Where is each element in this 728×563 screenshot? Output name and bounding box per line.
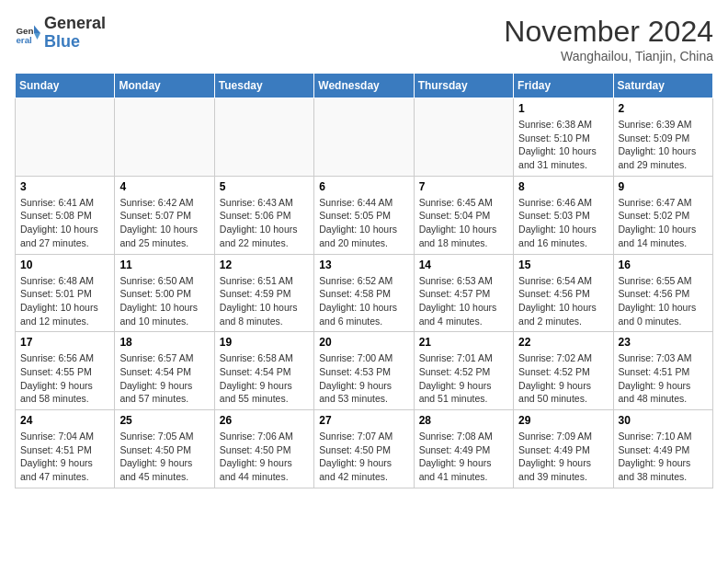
calendar-cell [414,98,513,177]
calendar-cell: 21Sunrise: 7:01 AMSunset: 4:52 PMDayligh… [414,332,513,410]
week-row-5: 24Sunrise: 7:04 AMSunset: 4:51 PMDayligh… [16,410,713,488]
day-info: Sunrise: 6:56 AMSunset: 4:55 PMDaylight:… [20,351,109,406]
day-number: 26 [220,414,309,427]
day-number: 16 [619,259,708,271]
month-title: November 2024 [504,15,713,49]
day-number: 5 [220,180,309,193]
calendar-cell: 11Sunrise: 6:50 AMSunset: 5:00 PMDayligh… [115,254,214,332]
col-header-friday: Friday [514,74,613,98]
day-info: Sunrise: 6:47 AMSunset: 5:02 PMDaylight:… [619,196,708,250]
day-number: 2 [619,102,708,115]
day-number: 4 [119,180,209,193]
day-info: Sunrise: 6:58 AMSunset: 4:54 PMDaylight:… [220,351,309,406]
day-info: Sunrise: 6:38 AMSunset: 5:10 PMDaylight:… [518,118,608,172]
day-info: Sunrise: 7:01 AMSunset: 4:52 PMDaylight:… [419,351,508,406]
day-number: 18 [119,336,209,349]
calendar-cell: 13Sunrise: 6:52 AMSunset: 4:58 PMDayligh… [314,254,414,332]
day-info: Sunrise: 6:45 AMSunset: 5:04 PMDaylight:… [419,196,508,250]
calendar-cell: 19Sunrise: 6:58 AMSunset: 4:54 PMDayligh… [214,332,313,410]
calendar-cell: 18Sunrise: 6:57 AMSunset: 4:54 PMDayligh… [115,332,214,410]
day-number: 7 [419,180,508,193]
location-subtitle: Wanghailou, Tianjin, China [504,49,713,63]
calendar-cell: 24Sunrise: 7:04 AMSunset: 4:51 PMDayligh… [16,410,115,488]
day-number: 3 [20,180,109,193]
calendar-table: SundayMondayTuesdayWednesdayThursdayFrid… [15,73,713,488]
col-header-tuesday: Tuesday [214,74,313,98]
day-number: 30 [619,414,708,427]
day-info: Sunrise: 7:00 AMSunset: 4:53 PMDaylight:… [319,351,408,406]
day-number: 13 [319,259,408,271]
calendar-cell: 22Sunrise: 7:02 AMSunset: 4:52 PMDayligh… [514,332,613,410]
day-number: 21 [419,336,508,349]
logo-icon: Gen eral [15,20,40,46]
day-info: Sunrise: 6:51 AMSunset: 4:59 PMDaylight:… [220,274,309,328]
day-info: Sunrise: 7:02 AMSunset: 4:52 PMDaylight:… [518,351,608,406]
calendar-cell: 29Sunrise: 7:09 AMSunset: 4:49 PMDayligh… [514,410,613,488]
calendar-cell: 25Sunrise: 7:05 AMSunset: 4:50 PMDayligh… [115,410,214,488]
day-info: Sunrise: 6:41 AMSunset: 5:08 PMDaylight:… [20,196,109,250]
col-header-thursday: Thursday [414,74,513,98]
calendar-cell: 3Sunrise: 6:41 AMSunset: 5:08 PMDaylight… [16,176,115,254]
calendar-cell: 12Sunrise: 6:51 AMSunset: 4:59 PMDayligh… [214,254,313,332]
day-info: Sunrise: 6:57 AMSunset: 4:54 PMDaylight:… [119,351,209,406]
day-info: Sunrise: 6:53 AMSunset: 4:57 PMDaylight:… [419,274,508,328]
day-number: 29 [518,414,608,427]
day-number: 6 [319,180,408,193]
day-number: 1 [518,102,608,115]
col-header-saturday: Saturday [613,74,712,98]
day-info: Sunrise: 6:42 AMSunset: 5:07 PMDaylight:… [119,196,209,250]
calendar-cell: 28Sunrise: 7:08 AMSunset: 4:49 PMDayligh… [414,410,513,488]
calendar-cell [314,98,414,177]
day-info: Sunrise: 7:07 AMSunset: 4:50 PMDaylight:… [319,430,408,484]
calendar-cell: 15Sunrise: 6:54 AMSunset: 4:56 PMDayligh… [514,254,613,332]
day-info: Sunrise: 6:46 AMSunset: 5:03 PMDaylight:… [518,196,608,250]
day-info: Sunrise: 6:55 AMSunset: 4:56 PMDaylight:… [619,274,708,328]
svg-marker-3 [34,33,40,40]
day-info: Sunrise: 6:39 AMSunset: 5:09 PMDaylight:… [619,118,708,172]
calendar-cell: 17Sunrise: 6:56 AMSunset: 4:55 PMDayligh… [16,332,115,410]
day-number: 12 [220,259,309,271]
calendar-cell: 10Sunrise: 6:48 AMSunset: 5:01 PMDayligh… [16,254,115,332]
calendar-cell: 9Sunrise: 6:47 AMSunset: 5:02 PMDaylight… [613,176,712,254]
day-info: Sunrise: 7:08 AMSunset: 4:49 PMDaylight:… [419,430,508,484]
calendar-cell: 23Sunrise: 7:03 AMSunset: 4:51 PMDayligh… [613,332,712,410]
day-info: Sunrise: 7:09 AMSunset: 4:49 PMDaylight:… [518,430,608,484]
col-header-sunday: Sunday [16,74,115,98]
week-row-1: 1Sunrise: 6:38 AMSunset: 5:10 PMDaylight… [16,98,713,177]
week-row-2: 3Sunrise: 6:41 AMSunset: 5:08 PMDaylight… [16,176,713,254]
calendar-cell: 20Sunrise: 7:00 AMSunset: 4:53 PMDayligh… [314,332,414,410]
day-info: Sunrise: 6:48 AMSunset: 5:01 PMDaylight:… [20,274,109,328]
day-number: 9 [619,180,708,193]
day-info: Sunrise: 6:54 AMSunset: 4:56 PMDaylight:… [518,274,608,328]
day-info: Sunrise: 6:43 AMSunset: 5:06 PMDaylight:… [220,196,309,250]
day-info: Sunrise: 6:52 AMSunset: 4:58 PMDaylight:… [319,274,408,328]
calendar-cell: 5Sunrise: 6:43 AMSunset: 5:06 PMDaylight… [214,176,313,254]
week-row-4: 17Sunrise: 6:56 AMSunset: 4:55 PMDayligh… [16,332,713,410]
calendar-cell: 6Sunrise: 6:44 AMSunset: 5:05 PMDaylight… [314,176,414,254]
calendar-cell [115,98,214,177]
col-header-monday: Monday [115,74,214,98]
day-number: 19 [220,336,309,349]
day-number: 24 [20,414,109,427]
day-info: Sunrise: 6:44 AMSunset: 5:05 PMDaylight:… [319,196,408,250]
logo-blue: Blue [44,33,106,52]
day-info: Sunrise: 7:10 AMSunset: 4:49 PMDaylight:… [619,430,708,484]
day-info: Sunrise: 7:06 AMSunset: 4:50 PMDaylight:… [220,430,309,484]
page-header: Gen eral General Blue November 2024 Wang… [15,15,713,63]
day-number: 14 [419,259,508,271]
week-row-3: 10Sunrise: 6:48 AMSunset: 5:01 PMDayligh… [16,254,713,332]
calendar-cell: 2Sunrise: 6:39 AMSunset: 5:09 PMDaylight… [613,98,712,177]
day-number: 23 [619,336,708,349]
day-info: Sunrise: 7:03 AMSunset: 4:51 PMDaylight:… [619,351,708,406]
calendar-cell: 30Sunrise: 7:10 AMSunset: 4:49 PMDayligh… [613,410,712,488]
day-number: 17 [20,336,109,349]
svg-marker-2 [34,25,40,32]
day-number: 20 [319,336,408,349]
calendar-cell: 1Sunrise: 6:38 AMSunset: 5:10 PMDaylight… [514,98,613,177]
col-header-wednesday: Wednesday [314,74,414,98]
day-number: 22 [518,336,608,349]
calendar-cell: 14Sunrise: 6:53 AMSunset: 4:57 PMDayligh… [414,254,513,332]
day-number: 15 [518,259,608,271]
day-number: 27 [319,414,408,427]
day-number: 11 [119,259,209,271]
